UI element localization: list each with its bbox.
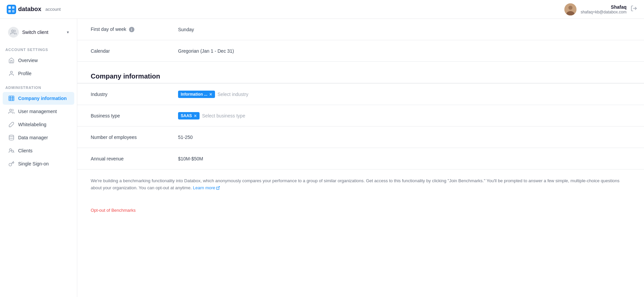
building-icon <box>8 95 15 102</box>
info-icon-first-day[interactable]: i <box>129 27 134 32</box>
switch-client-label: Switch client <box>22 30 48 35</box>
company-information-heading: Company information <box>77 62 644 83</box>
sidebar-item-profile[interactable]: Profile <box>3 67 74 80</box>
databox-logo[interactable]: databox <box>7 5 41 14</box>
database-icon <box>8 134 15 141</box>
app-body: Switch client ▾ ACCOUNT SETTINGS Overvie… <box>0 19 644 297</box>
num-employees-row: Number of employees 51-250 <box>77 127 644 148</box>
header-right: Shafaq shafaq+kb@databox.com <box>564 3 637 15</box>
industry-select-placeholder[interactable]: Select industry <box>218 92 249 97</box>
industry-row: Industry Information ... × Select indust… <box>77 84 644 105</box>
calendar-row: Calendar Gregorian (Jan 1 - Dec 31) <box>77 40 644 62</box>
main-content: First day of week i Sunday Calendar Greg… <box>77 19 644 297</box>
brush-icon <box>8 121 15 128</box>
industry-tag-remove[interactable]: × <box>209 92 212 97</box>
sidebar-item-company-information[interactable]: Company information <box>3 92 74 105</box>
annual-revenue-label: Annual revenue <box>91 156 178 161</box>
svg-rect-3 <box>8 10 11 12</box>
sidebar-item-user-management[interactable]: User management <box>3 105 74 118</box>
num-employees-value: 51-250 <box>178 135 631 140</box>
user-avatar <box>564 3 576 15</box>
databox-logo-icon <box>7 5 16 14</box>
industry-value: Information ... × Select industry <box>178 91 631 98</box>
business-type-tag-label: SAAS <box>181 113 192 118</box>
svg-point-14 <box>9 135 14 137</box>
svg-point-10 <box>10 71 12 73</box>
clients-icon <box>8 147 15 154</box>
svg-point-15 <box>9 149 11 151</box>
industry-tag-label: Information ... <box>181 92 207 97</box>
business-type-select-placeholder[interactable]: Select business type <box>202 113 245 118</box>
sidebar-item-clients-label: Clients <box>18 148 33 153</box>
switch-client-left: Switch client <box>8 27 48 38</box>
svg-point-9 <box>12 30 14 32</box>
sidebar-item-clients[interactable]: Clients <box>3 144 74 157</box>
business-type-tag[interactable]: SAAS × <box>178 112 200 119</box>
benchmarks-footer: We're building a benchmarking functional… <box>77 169 644 200</box>
svg-rect-2 <box>12 6 14 9</box>
annual-revenue-value: $10M-$50M <box>178 156 631 161</box>
sidebar-item-overview-label: Overview <box>18 58 38 63</box>
user-info: Shafaq shafaq+kb@databox.com <box>581 4 627 14</box>
svg-rect-1 <box>8 6 11 9</box>
sidebar: Switch client ▾ ACCOUNT SETTINGS Overvie… <box>0 19 77 297</box>
sidebar-item-usermgmt-label: User management <box>18 109 57 114</box>
home-icon <box>8 57 15 64</box>
svg-rect-4 <box>12 10 14 12</box>
users-icon <box>8 108 15 115</box>
switch-client-avatar <box>8 27 19 38</box>
administration-section-label: ADMINISTRATION <box>0 80 77 92</box>
sidebar-item-profile-label: Profile <box>18 71 32 76</box>
sidebar-item-datamanager-label: Data manager <box>18 135 48 140</box>
first-day-label: First day of week i <box>91 27 178 33</box>
chevron-down-icon: ▾ <box>67 30 69 35</box>
industry-label: Industry <box>91 92 178 97</box>
external-link-icon <box>216 186 220 190</box>
svg-line-17 <box>218 187 220 189</box>
svg-rect-0 <box>7 5 16 14</box>
sidebar-item-sso-label: Single Sign-on <box>18 161 49 166</box>
opt-out-link[interactable]: Opt-out of Benchmarks <box>77 200 149 218</box>
num-employees-label: Number of employees <box>91 135 178 140</box>
industry-tag[interactable]: Information ... × <box>178 91 215 98</box>
svg-point-6 <box>568 6 572 10</box>
sidebar-item-overview[interactable]: Overview <box>3 54 74 67</box>
switch-client-button[interactable]: Switch client ▾ <box>3 23 74 41</box>
svg-rect-11 <box>9 96 14 101</box>
user-icon <box>8 70 15 77</box>
user-name: Shafaq <box>611 4 627 10</box>
account-settings-section-label: ACCOUNT SETTINGS <box>0 42 77 54</box>
business-type-label: Business type <box>91 113 178 118</box>
svg-point-16 <box>11 150 13 152</box>
calendar-value: Gregorian (Jan 1 - Dec 31) <box>178 48 631 54</box>
user-email: shafaq+kb@databox.com <box>581 10 627 14</box>
avatar-image <box>564 3 576 15</box>
business-type-row: Business type SAAS × Select business typ… <box>77 105 644 127</box>
learn-more-link[interactable]: Learn more <box>193 185 215 190</box>
sidebar-item-data-manager[interactable]: Data manager <box>3 131 74 144</box>
sidebar-item-sso[interactable]: Single Sign-on <box>3 157 74 170</box>
key-icon <box>8 160 15 167</box>
benchmarks-body-text: We're building a benchmarking functional… <box>91 178 619 190</box>
annual-revenue-row: Annual revenue $10M-$50M <box>77 148 644 169</box>
sidebar-item-whitelabeling-label: Whitelabeling <box>18 122 46 127</box>
logout-icon[interactable] <box>631 5 637 13</box>
sidebar-item-company-label: Company information <box>18 96 67 101</box>
header-left: databox account <box>7 5 61 14</box>
logo-text: databox <box>18 6 41 13</box>
calendar-label: Calendar <box>91 48 178 54</box>
svg-point-12 <box>10 109 12 111</box>
first-day-value: Sunday <box>178 27 631 32</box>
header-account-label: account <box>45 7 61 12</box>
sidebar-item-whitelabeling[interactable]: Whitelabeling <box>3 118 74 131</box>
business-type-tag-remove[interactable]: × <box>194 113 197 118</box>
app-header: databox account Shafaq shafaq+kb@databox… <box>0 0 644 19</box>
first-day-of-week-row: First day of week i Sunday <box>77 19 644 40</box>
business-type-value: SAAS × Select business type <box>178 112 631 119</box>
